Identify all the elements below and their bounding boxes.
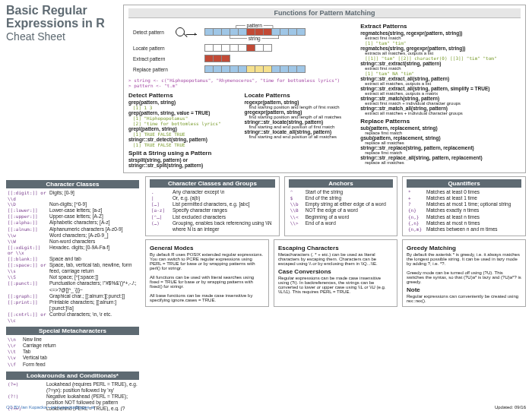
magnify-icon	[176, 27, 185, 36]
subtitle: Cheat Sheet	[6, 30, 112, 43]
footer: CC BY Ian Kopacka • ian.kopacka@ages.at	[6, 405, 94, 409]
title: Basic RegularExpressions in R	[6, 5, 112, 30]
diagram: Detect pattern ┌── pattern ──┐ └──── str…	[128, 21, 309, 75]
code-sample: > string <- c("Hiphopopotamus", "Rhymeno…	[128, 77, 353, 83]
ccg-box: Character Classes and Groups .Any charac…	[145, 176, 280, 236]
anchors-box: Anchors ^Start of the string$End of the …	[284, 176, 397, 236]
arrow-icon	[186, 34, 197, 35]
charclasses-table: [[:digit:]] or \\dDigits; [0-9]\\DNon-di…	[6, 190, 139, 323]
updated: Updated: 09/16	[495, 405, 526, 409]
escape-box: Escaping Characters Metacharacters (. * …	[274, 239, 397, 307]
functions-section: Functions for Pattern Matching Detect pa…	[123, 5, 526, 173]
quant-box: Quantifiers *Matches at least 0 times+Ma…	[402, 176, 526, 236]
greedy-box: Greedy Matching By default the asterisk …	[402, 239, 526, 307]
modes-box: General Modes By default R uses POSIX ex…	[145, 239, 269, 307]
main-section-title: Functions for Pattern Matching	[128, 8, 521, 18]
